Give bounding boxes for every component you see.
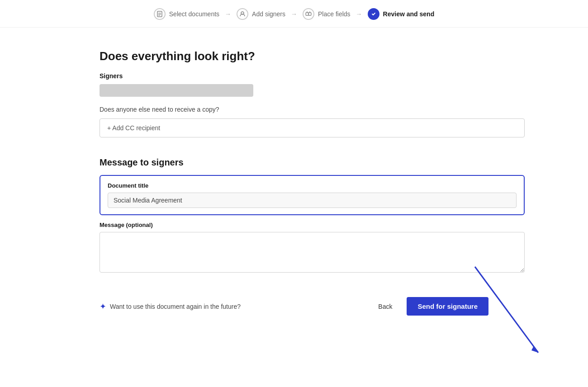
svg-rect-5 [306,13,308,15]
cc-recipient-field[interactable]: + Add CC recipient [100,118,525,137]
step-add-signers[interactable]: Add signers [237,8,285,20]
step-add-signers-icon [237,8,248,20]
step-select-documents[interactable]: Select documents [154,8,219,20]
step-select-documents-icon [154,8,166,20]
cc-recipient-placeholder: + Add CC recipient [107,124,160,132]
signer-placeholder [100,84,253,97]
send-button[interactable]: Send for signature [407,297,488,316]
template-hint-row: ✦ Want to use this document again in the… [100,302,241,311]
step-place-fields[interactable]: Place fields [303,8,351,20]
bottom-section: ✦ Want to use this document again in the… [100,297,488,316]
signers-label: Signers [100,72,488,80]
svg-rect-6 [308,13,311,15]
step-review-send-label: Review and send [383,10,435,18]
step-place-fields-icon [303,8,314,20]
message-label: Message (optional) [100,222,488,228]
back-button[interactable]: Back [373,299,398,314]
arrow-3: → [356,10,362,18]
step-review-send-icon [368,8,379,20]
doc-title-input[interactable] [108,193,517,208]
svg-marker-11 [531,346,538,353]
arrow-2: → [291,10,297,18]
action-buttons: Back Send for signature [373,297,488,316]
step-select-documents-label: Select documents [169,10,219,18]
copy-question: Does anyone else need to receive a copy? [100,106,488,113]
template-hint-text: Want to use this document again in the f… [110,303,241,310]
page-title: Does everything look right? [100,49,488,63]
template-icon: ✦ [100,302,106,311]
document-title-card: Document title [100,175,525,215]
step-review-send[interactable]: Review and send [368,8,435,20]
doc-title-label: Document title [108,182,517,189]
step-place-fields-label: Place fields [318,10,351,18]
arrow-1: → [225,10,231,18]
step-add-signers-label: Add signers [252,10,285,18]
main-content: Does everything look right? Signers Does… [72,28,516,337]
stepper: Select documents → Add signers → [0,0,588,28]
message-textarea[interactable] [100,232,525,273]
message-section-title: Message to signers [100,157,488,168]
